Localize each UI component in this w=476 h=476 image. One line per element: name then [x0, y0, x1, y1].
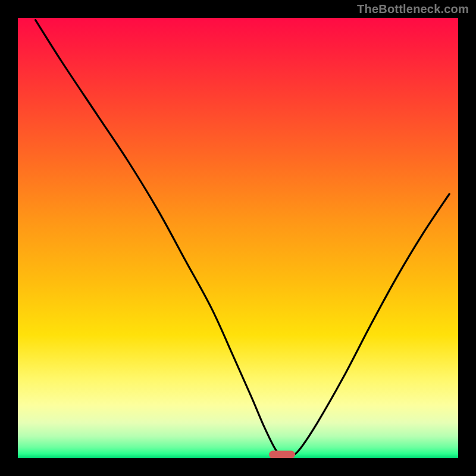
image-root: TheBottleneck.com	[0, 0, 476, 476]
watermark-text: TheBottleneck.com	[357, 2, 469, 16]
plot-frame	[18, 18, 458, 458]
optimal-marker	[269, 451, 295, 458]
bottleneck-curve	[18, 18, 458, 458]
plot-area	[18, 18, 458, 458]
